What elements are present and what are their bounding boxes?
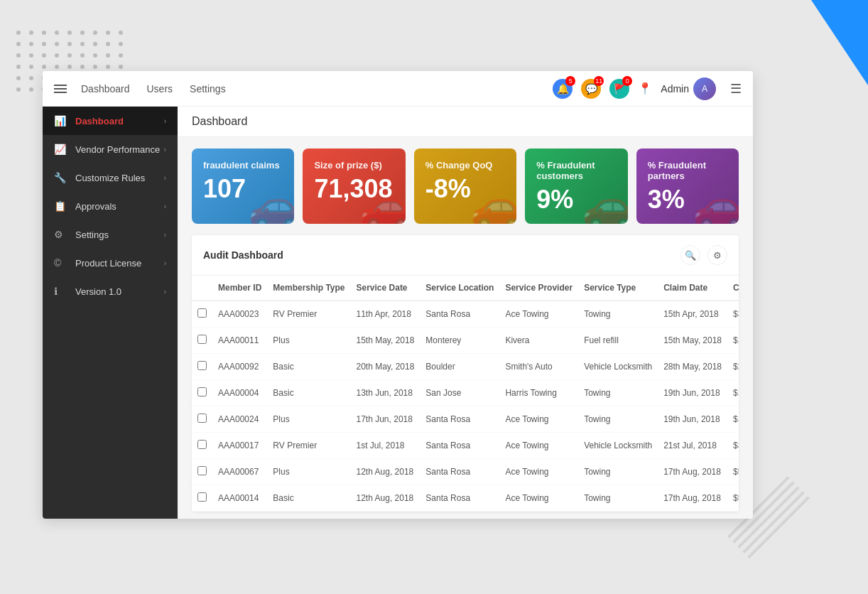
- stat-bg-car-0: 🚗: [248, 180, 294, 224]
- cell-claim-date: 28th May, 2018: [658, 354, 727, 380]
- cell-membership-type: RV Premier: [267, 433, 350, 459]
- col-member-id: Member ID: [212, 276, 267, 301]
- cell-service-type: Towing: [578, 485, 658, 512]
- col-service-date: Service Date: [351, 276, 421, 301]
- nav-item-users[interactable]: Users: [147, 83, 173, 94]
- sidebar-label-product-license: Product License: [75, 258, 164, 269]
- table-row: AAA00067 Plus 12th Aug, 2018 Santa Rosa …: [192, 459, 739, 485]
- cell-claim-date: 15th May, 2018: [658, 328, 727, 354]
- audit-header: Audit Dashboard 🔍 ⚙: [192, 235, 739, 276]
- cell-service-provider: Ace Towing: [499, 301, 578, 328]
- product-license-icon: ©: [54, 257, 68, 269]
- cell-service-date: 17th Jun, 2018: [351, 406, 421, 433]
- cell-claim-date: 17th Aug, 2018: [658, 485, 727, 512]
- cell-service-date: 12th Aug, 2018: [351, 459, 421, 485]
- navbar-menu: Dashboard Users Settings: [81, 83, 553, 94]
- navbar-right: 🔔 5 💬 11 🚩 0 📍 Admin A ☰: [553, 77, 742, 100]
- cell-service-date: 20th May, 2018: [351, 354, 421, 380]
- chevron-icon-approvals: ›: [164, 202, 166, 210]
- checkbox-input[interactable]: [197, 361, 207, 370]
- stat-title-1: Size of prize ($): [314, 160, 394, 171]
- cell-service-type: Fuel refill: [578, 328, 658, 354]
- notification-bell-btn[interactable]: 🔔 5: [553, 79, 573, 99]
- stat-title-0: fraudulent claims: [203, 160, 283, 171]
- cell-claim-amount: $300: [727, 433, 739, 459]
- col-service-provider: Service Provider: [499, 276, 578, 301]
- customize-rules-icon: 🔧: [54, 172, 68, 183]
- sidebar-item-version[interactable]: ℹ Version 1.0 ›: [43, 277, 178, 306]
- right-menu-toggle[interactable]: ☰: [730, 81, 742, 97]
- audit-gear-btn[interactable]: ⚙: [707, 245, 727, 265]
- sidebar-label-customize-rules: Customize Rules: [75, 173, 164, 183]
- chevron-icon-dashboard: ›: [164, 117, 166, 125]
- cell-member-id: AAA00024: [212, 406, 267, 433]
- row-checkbox[interactable]: [192, 328, 212, 354]
- table-header-row: Member ID Membership Type Service Date S…: [192, 276, 739, 301]
- cell-member-id: AAA00092: [212, 354, 267, 380]
- col-checkbox: [192, 276, 212, 301]
- row-checkbox[interactable]: [192, 301, 212, 328]
- table-row: AAA00004 Basic 13th Jun, 2018 San Jose H…: [192, 380, 739, 406]
- cell-service-location: Monterey: [420, 328, 499, 354]
- table-row: AAA00024 Plus 17th Jun, 2018 Santa Rosa …: [192, 406, 739, 433]
- sidebar-item-approvals[interactable]: 📋 Approvals ›: [43, 192, 178, 220]
- checkbox-input[interactable]: [197, 387, 207, 396]
- chevron-icon-version: ›: [164, 288, 166, 296]
- checkbox-input[interactable]: [197, 440, 207, 449]
- cell-service-type: Vehicle Locksmith: [578, 354, 658, 380]
- main-layout: 📊 Dashboard › 📈 Vendor Performance › 🔧 C…: [43, 107, 753, 519]
- stat-card-size-of-prize: Size of prize ($) 71,308 🚗: [303, 148, 405, 224]
- notification-flag-btn[interactable]: 🚩 0: [609, 79, 629, 99]
- cell-service-provider: Ace Towing: [499, 433, 578, 459]
- sidebar-label-vendor-performance: Vendor Performance: [75, 144, 164, 155]
- chevron-icon-license: ›: [164, 259, 166, 267]
- sidebar-item-vendor-performance[interactable]: 📈 Vendor Performance ›: [43, 135, 178, 163]
- col-service-type: Service Type: [578, 276, 658, 301]
- version-icon: ℹ: [54, 286, 68, 297]
- cell-member-id: AAA00011: [212, 328, 267, 354]
- user-profile[interactable]: Admin A: [661, 77, 716, 100]
- nav-item-settings[interactable]: Settings: [190, 83, 226, 94]
- checkbox-input[interactable]: [197, 466, 207, 475]
- checkbox-input[interactable]: [197, 492, 207, 502]
- stat-title-3: % Fraudulent customers: [536, 160, 616, 181]
- cell-claim-amount: $300: [727, 301, 739, 328]
- checkbox-input[interactable]: [197, 308, 207, 318]
- nav-item-dashboard[interactable]: Dashboard: [81, 83, 130, 94]
- sidebar-item-customize-rules[interactable]: 🔧 Customize Rules ›: [43, 163, 178, 192]
- user-avatar: A: [693, 77, 716, 100]
- cell-service-date: 15th May, 2018: [351, 328, 421, 354]
- row-checkbox[interactable]: [192, 433, 212, 459]
- checkbox-input[interactable]: [197, 335, 207, 344]
- stat-card-fraudulent-partners: % Fraudulent partners 3% 🚗: [636, 148, 739, 224]
- table-body: AAA00023 RV Premier 11th Apr, 2018 Santa…: [192, 301, 739, 512]
- background-triangle: [811, 0, 868, 85]
- row-checkbox[interactable]: [192, 380, 212, 406]
- row-checkbox[interactable]: [192, 354, 212, 380]
- table-row: AAA00092 Basic 20th May, 2018 Boulder Sm…: [192, 354, 739, 380]
- app-window: Dashboard Users Settings 🔔 5 💬 11 🚩 0 📍 …: [43, 71, 753, 519]
- chevron-icon-rules: ›: [164, 174, 166, 182]
- table-row: AAA00017 RV Premier 1st Jul, 2018 Santa …: [192, 433, 739, 459]
- content-header: Dashboard: [178, 107, 753, 137]
- cell-membership-type: Basic: [267, 354, 350, 380]
- audit-search-btn[interactable]: 🔍: [680, 245, 700, 265]
- sidebar-item-settings[interactable]: ⚙ Settings ›: [43, 220, 178, 249]
- table-row: AAA00023 RV Premier 11th Apr, 2018 Santa…: [192, 301, 739, 328]
- row-checkbox[interactable]: [192, 406, 212, 433]
- stat-bg-car-4: 🚗: [693, 180, 739, 224]
- row-checkbox[interactable]: [192, 485, 212, 512]
- cell-service-location: San Jose: [420, 380, 499, 406]
- sidebar-item-product-license[interactable]: © Product License ›: [43, 249, 178, 277]
- cell-service-provider: Smith's Auto: [499, 354, 578, 380]
- col-service-location: Service Location: [420, 276, 499, 301]
- flag-badge: 0: [622, 76, 632, 86]
- cell-service-location: Santa Rosa: [420, 406, 499, 433]
- sidebar-item-dashboard[interactable]: 📊 Dashboard ›: [43, 107, 178, 135]
- checkbox-input[interactable]: [197, 414, 207, 423]
- cell-service-type: Towing: [578, 301, 658, 328]
- row-checkbox[interactable]: [192, 459, 212, 485]
- menu-toggle[interactable]: [54, 85, 67, 93]
- cell-claim-date: 17th Aug, 2018: [658, 459, 727, 485]
- notification-chat-btn[interactable]: 💬 11: [581, 79, 601, 99]
